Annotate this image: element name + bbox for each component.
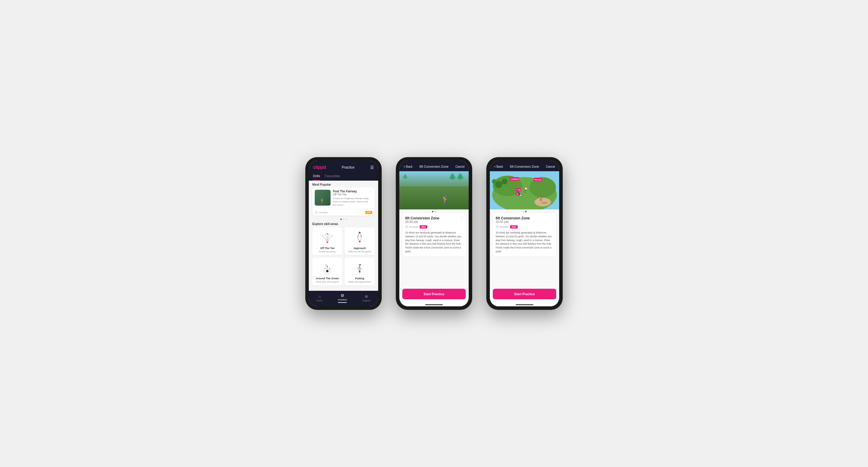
svg-text:ROUGH: ROUGH [535,179,541,180]
clock-icon-p2: 🕐 [405,226,408,228]
phones-container: clippd Practice ☰ Drills Favourites Most… [305,157,563,310]
phone1-header: clippd Practice ☰ [309,161,378,172]
detail-content-p2: 6ft Conversion Zone 10-50 yds ☆ 🕐 20 sho… [399,213,469,289]
svg-point-13 [357,236,359,237]
home-label: Home [316,299,322,302]
skill-grid: Off The Tee Power accuracy [309,227,378,289]
atg-diagram [320,261,335,276]
dot-3[interactable] [346,219,347,220]
favourite-star-p3[interactable]: ☆ [551,216,553,220]
skill-card-approach[interactable]: Approach Dial-in to hit the green [345,227,375,255]
svg-text:🏌️: 🏌️ [538,196,544,201]
cancel-button[interactable]: Cancel [456,165,465,168]
home-indicator-p3 [516,304,533,305]
svg-point-45 [520,194,522,196]
favourite-star-icon[interactable]: ☆ [370,190,372,193]
skill-card-putting[interactable]: Putting Make and lag practice [345,258,375,286]
nav-activities[interactable]: ⚙ Activities [338,293,347,303]
ott-diagram [320,230,335,245]
svg-point-8 [327,233,328,234]
tab-drills[interactable]: Drills [313,172,320,180]
svg-point-39 [502,178,507,185]
img-dot-p3-2[interactable] [525,211,527,212]
svg-point-12 [359,232,361,234]
drill-info: Find The Fairway Off The Tee ☆ Create an… [333,190,372,207]
phone2-header: < Back 6ft Conversion Zone Cancel [399,161,469,171]
drill-distance-p3: 10-50 yds [496,220,530,224]
svg-point-24 [359,264,360,265]
phone-2-screen: < Back 6ft Conversion Zone Cancel 🏌️ 🌲 🌲… [399,161,469,306]
img-dot-1[interactable] [432,211,433,212]
putting-diagram [352,261,367,276]
bottom-nav: ⌂ Home ⚙ Activities ⊕ Capture [309,291,378,306]
tree-right-icon: 🌲🌲 [448,173,464,180]
image-dots-p3 [490,209,559,213]
capture-label: Capture [362,299,371,302]
drill-meta-p2: 🕐 20 shots ARG [405,225,463,229]
course-map-svg: SAND FAIRWAY ROUGH Miss Hit [490,171,559,209]
nav-capture[interactable]: ⊕ Capture [362,294,371,302]
clock-icon-p3: 🕐 [496,226,499,228]
bottom-bar-p2 [399,303,469,306]
tab-favourites[interactable]: Favourites [325,172,340,180]
detail-card-header: 6ft Conversion Zone 10-50 yds ☆ [405,216,463,225]
drill-name: Find The Fairway [333,190,357,193]
tree-left-icon: 🌲 [402,174,408,179]
nav-home[interactable]: ⌂ Home [316,294,322,302]
svg-point-31 [529,177,556,198]
atg-skill-desc: Hone your short game [316,280,339,283]
cancel-button-p3[interactable]: Cancel [546,165,555,168]
home-icon: ⌂ [318,294,320,299]
img-dot-2[interactable] [435,211,436,212]
tabs-bar: Drills Favourites [309,172,378,180]
svg-point-9 [329,234,330,235]
drill-desc-p3: 20 shots are randomly generated at dista… [496,231,553,254]
svg-point-26 [357,268,359,269]
ott-icon-area [320,230,335,245]
shots-meta-p2: 🕐 20 shots [405,226,418,228]
putting-skill-name: Putting [355,277,364,280]
grass-bg [399,187,469,209]
activities-label: Activities [338,298,347,301]
start-practice-button-p2[interactable]: Start Practice [402,289,466,299]
featured-drill-card[interactable]: 🏌️ Find The Fairway Off The Tee ☆ Create… [312,188,375,215]
skill-card-atg[interactable]: Around The Green Hone your short game [312,258,342,286]
svg-point-21 [326,265,327,266]
golfer-icon: 🏌️ [319,198,326,204]
drill-distance: 10-50 yds [405,220,439,224]
shots-meta-p3: 🕐 20 shots [496,226,508,228]
svg-point-6 [322,235,323,236]
shots-info: 🕐 10 shots [315,211,328,214]
approach-diagram [352,230,367,245]
img-dot-p3-1[interactable] [522,211,524,212]
drill-description: Create an imaginary fairway using trees … [333,197,372,207]
drill-meta-p3: 🕐 20 shots ARG [496,225,553,229]
back-button[interactable]: < Back [403,165,412,168]
menu-icon[interactable]: ☰ [370,165,374,170]
svg-point-7 [325,234,326,235]
home-indicator-p2 [425,304,443,305]
skill-card-ott[interactable]: Off The Tee Power accuracy [312,227,342,255]
drill-subtitle: Off The Tee [333,193,357,196]
back-button-p3[interactable]: < Back [494,165,503,168]
svg-point-20 [329,268,330,269]
start-practice-button-p3[interactable]: Start Practice [493,289,556,299]
image-dots-p2 [399,209,469,213]
golfer-figure: 🏌️ [441,195,451,205]
favourite-star-p2[interactable]: ☆ [460,216,463,220]
dot-1[interactable] [340,219,342,220]
drill-detail-name: 6ft Conversion Zone [405,216,439,220]
drill-image: 🏌️ 🌲 🌲🌲 [399,171,469,209]
detail-title: 6ft Conversion Zone [419,165,448,168]
approach-skill-desc: Dial-in to hit the green [348,250,371,253]
phone-3-screen: < Back 6ft Conversion Zone Cancel SAND [490,161,559,306]
arg-badge-p2: ARG [420,225,427,229]
app-logo: clippd [313,165,326,170]
ott-skill-desc: Power accuracy [319,250,336,253]
dot-2[interactable] [343,219,344,220]
atg-skill-name: Around The Green [316,277,339,280]
putting-icon-area [352,261,367,276]
svg-point-25 [360,264,361,265]
phone-3: < Back 6ft Conversion Zone Cancel SAND [486,157,563,310]
explore-label: Explore skill areas [309,221,378,227]
